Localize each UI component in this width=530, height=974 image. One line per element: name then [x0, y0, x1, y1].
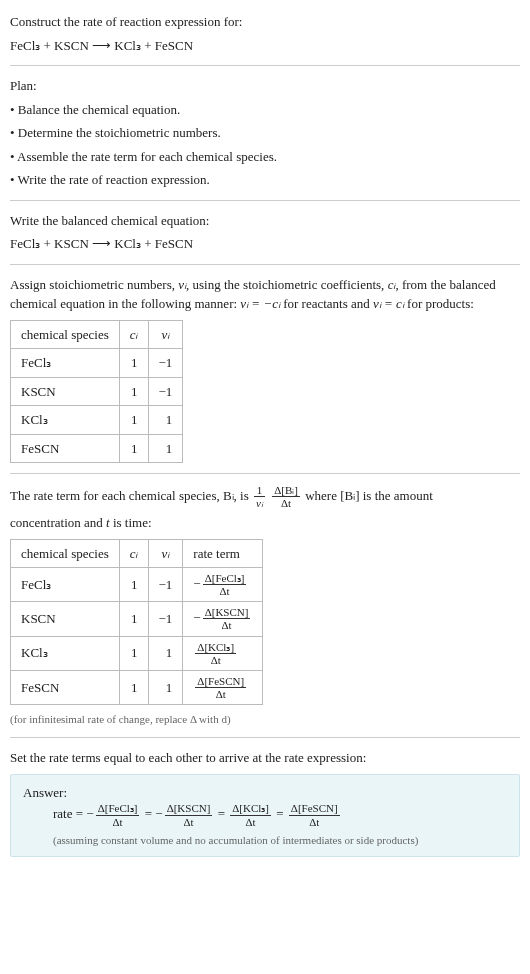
equals: =	[273, 806, 287, 821]
col-species: chemical species	[11, 539, 120, 568]
ci-cell: 1	[119, 377, 148, 406]
rateterm-intro-text: where [Bᵢ] is the amount	[305, 488, 433, 503]
stoich-intro: Assign stoichiometric numbers, νᵢ, using…	[10, 275, 520, 314]
rateterm-intro: The rate term for each chemical species,…	[10, 484, 520, 509]
frac-num: Δ[KSCN]	[165, 802, 213, 815]
frac-den: Δt	[165, 816, 213, 828]
table-row: FeSCN 1 1	[11, 434, 183, 463]
ci-cell: 1	[119, 349, 148, 378]
fraction: Δ[FeSCN]Δt	[289, 802, 340, 827]
plan-section: Plan: • Balance the chemical equation. •…	[10, 76, 520, 190]
species-cell: FeCl₃	[11, 568, 120, 602]
frac-den: Δt	[96, 816, 140, 828]
separator	[10, 200, 520, 201]
table-row: FeCl₃ 1 −1	[11, 349, 183, 378]
ci-cell: 1	[119, 670, 148, 704]
species-cell: FeSCN	[11, 670, 120, 704]
relation-products: νᵢ = cᵢ	[373, 296, 404, 311]
fraction: Δ[KCl₃]Δt	[230, 802, 271, 827]
stoich-intro-text: Assign stoichiometric numbers,	[10, 277, 178, 292]
sign: −	[193, 576, 200, 591]
relation-reactants: νᵢ = −cᵢ	[240, 296, 280, 311]
species-cell: KCl₃	[11, 406, 120, 435]
rate-lhs: rate = −	[53, 806, 94, 821]
answer-box: Answer: rate = −Δ[FeCl₃]Δt = −Δ[KSCN]Δt …	[10, 774, 520, 857]
rateterm-cell: Δ[FeSCN]Δt	[183, 670, 263, 704]
col-nu: νᵢ	[148, 539, 183, 568]
rateterm-cell: −Δ[FeCl₃]Δt	[183, 568, 263, 602]
balanced-equation: FeCl₃ + KSCN ⟶ KCl₃ + FeSCN	[10, 234, 520, 254]
col-ci: cᵢ	[119, 320, 148, 349]
separator	[10, 65, 520, 66]
plan-heading: Plan:	[10, 76, 520, 96]
nu-symbol: νᵢ	[178, 277, 186, 292]
frac-den: Δt	[289, 816, 340, 828]
frac-den: Δt	[195, 688, 246, 700]
nu-cell: −1	[148, 602, 183, 636]
frac-num: Δ[FeSCN]	[289, 802, 340, 815]
fraction: Δ[Bᵢ] Δt	[272, 484, 300, 509]
nu-cell: 1	[148, 434, 183, 463]
frac-den: Δt	[203, 585, 247, 597]
species-cell: FeCl₃	[11, 349, 120, 378]
plan-bullet: • Determine the stoichiometric numbers.	[10, 123, 520, 143]
rateterm-cell: −Δ[KSCN]Δt	[183, 602, 263, 636]
fraction: Δ[KSCN]Δt	[165, 802, 213, 827]
col-species: chemical species	[11, 320, 120, 349]
frac-num: Δ[FeCl₃]	[96, 802, 140, 815]
separator	[10, 737, 520, 738]
nu-cell: 1	[148, 406, 183, 435]
stoich-table: chemical species cᵢ νᵢ FeCl₃ 1 −1 KSCN 1…	[10, 320, 183, 464]
nu-cell: −1	[148, 349, 183, 378]
ci-cell: 1	[119, 568, 148, 602]
table-row: chemical species cᵢ νᵢ	[11, 320, 183, 349]
fraction: Δ[FeCl₃]Δt	[96, 802, 140, 827]
frac-num: Δ[FeCl₃]	[203, 572, 247, 585]
nu-cell: 1	[148, 670, 183, 704]
species-cell: KSCN	[11, 602, 120, 636]
rateterm-table: chemical species cᵢ νᵢ rate term FeCl₃ 1…	[10, 539, 263, 705]
species-cell: KCl₃	[11, 636, 120, 670]
separator	[10, 264, 520, 265]
stoich-section: Assign stoichiometric numbers, νᵢ, using…	[10, 275, 520, 464]
table-row: FeSCN 1 1 Δ[FeSCN]Δt	[11, 670, 263, 704]
table-row: chemical species cᵢ νᵢ rate term	[11, 539, 263, 568]
frac-den: Δt	[272, 497, 300, 509]
rateterm-intro-text: concentration and	[10, 515, 106, 530]
ci-cell: 1	[119, 434, 148, 463]
plan-bullet: • Assemble the rate term for each chemic…	[10, 147, 520, 167]
frac-num: 1	[254, 484, 265, 497]
rateterm-intro-text: is time:	[110, 515, 152, 530]
table-row: KCl₃ 1 1	[11, 406, 183, 435]
stoich-intro-text: for reactants and	[280, 296, 373, 311]
equals: =	[214, 806, 228, 821]
answer-note: (assuming constant volume and no accumul…	[53, 832, 507, 849]
nu-cell: 1	[148, 636, 183, 670]
intro-title: Construct the rate of reaction expressio…	[10, 12, 520, 32]
fraction: Δ[KCl₃]Δt	[195, 641, 236, 666]
ci-cell: 1	[119, 602, 148, 636]
fraction: 1 νᵢ	[254, 484, 265, 509]
intro-equation: FeCl₃ + KSCN ⟶ KCl₃ + FeSCN	[10, 36, 520, 56]
plan-bullet: • Write the rate of reaction expression.	[10, 170, 520, 190]
table-row: KSCN 1 −1 −Δ[KSCN]Δt	[11, 602, 263, 636]
balanced-heading: Write the balanced chemical equation:	[10, 211, 520, 231]
rateterm-intro2: concentration and t is time:	[10, 513, 520, 533]
frac-num: Δ[KCl₃]	[195, 641, 236, 654]
frac-num: Δ[KSCN]	[203, 606, 251, 619]
ci-cell: 1	[119, 636, 148, 670]
table-row: KSCN 1 −1	[11, 377, 183, 406]
table-row: KCl₃ 1 1 Δ[KCl₃]Δt	[11, 636, 263, 670]
frac-num: Δ[FeSCN]	[195, 675, 246, 688]
species-cell: KSCN	[11, 377, 120, 406]
frac-den: Δt	[195, 654, 236, 666]
intro-section: Construct the rate of reaction expressio…	[10, 12, 520, 55]
separator	[10, 473, 520, 474]
ci-cell: 1	[119, 406, 148, 435]
fraction: Δ[FeSCN]Δt	[195, 675, 246, 700]
fraction: Δ[FeCl₃]Δt	[203, 572, 247, 597]
rate-expression: rate = −Δ[FeCl₃]Δt = −Δ[KSCN]Δt = Δ[KCl₃…	[53, 802, 507, 827]
frac-num: Δ[KCl₃]	[230, 802, 271, 815]
col-nu: νᵢ	[148, 320, 183, 349]
species-cell: FeSCN	[11, 434, 120, 463]
